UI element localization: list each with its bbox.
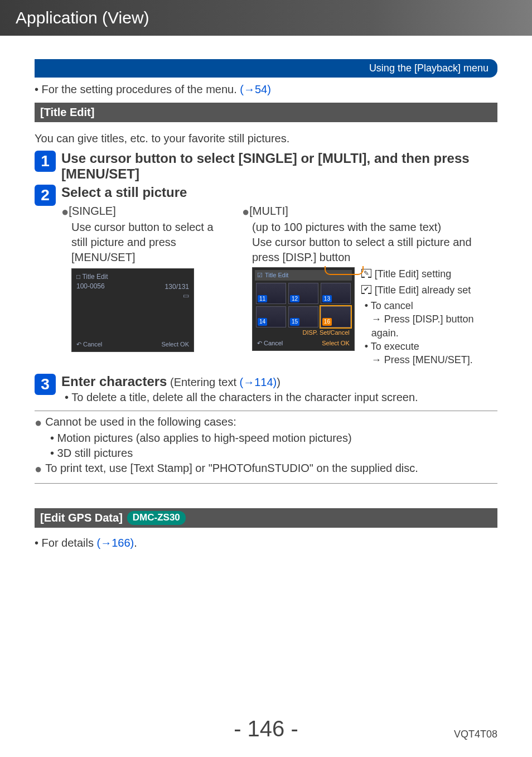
aspect-icon: ▭ (183, 291, 189, 300)
breadcrumb-wrap: Using the [Playback] menu (0, 36, 532, 82)
details-suffix: . (134, 537, 137, 549)
legend-execute-action: → Press [MENU/SET]. (371, 353, 497, 367)
step-3: 3 Enter characters (Entering text (→114)… (35, 374, 497, 405)
step-2: 2 Select a still picture ●[SINGLE] Use c… (35, 185, 497, 367)
multi-screenshot: ☑ Title Edit 11 12 13 14 15 16 (252, 267, 355, 351)
menu-proc-link[interactable]: (→54) (240, 83, 271, 95)
thumb: 12 (288, 283, 318, 304)
legend-already-icon: ✔︎ (361, 285, 371, 294)
step-1-number: 1 (35, 151, 56, 172)
details-line: • For details (→166). (35, 536, 497, 551)
single-screenshot: □ Title Edit 100-0056 130/131 ▭ ↶ Cancel… (71, 268, 194, 352)
note-1b: • 3D still pictures (50, 446, 497, 461)
ss-single-count: 130/131 (165, 282, 189, 291)
multi-label: ●[MULTI] (242, 204, 497, 220)
model-badge: DMC-ZS30 (127, 511, 186, 525)
step-1-title: Use cursor button to select [SINGLE] or … (61, 151, 497, 181)
step-3-title: Enter characters (61, 374, 167, 389)
breadcrumb: Using the [Playback] menu (35, 59, 497, 78)
thumb-selected: 16 (321, 306, 351, 327)
step-1: 1 Use cursor button to select [SINGLE] o… (35, 151, 497, 181)
step-3-note: • To delete a title, delete all the char… (65, 390, 497, 405)
details-prefix: • For details (35, 537, 96, 549)
menu-proc-prefix: • For the setting procedures of the menu… (35, 83, 240, 95)
page-number: - 146 - (234, 716, 298, 741)
page-footer: - 146 - (0, 716, 532, 741)
legend-cancel-label: • To cancel (365, 299, 497, 312)
note-1a: • Motion pictures (also applies to high-… (50, 431, 497, 446)
section-edit-gps: [Edit GPS Data] DMC-ZS30 (35, 508, 497, 528)
section-edit-gps-title: [Edit GPS Data] (40, 510, 123, 525)
intro-text: You can give titles, etc. to your favori… (35, 131, 497, 146)
thumb: 14 (256, 306, 286, 327)
ss-single-hdr: □ Title Edit (76, 272, 189, 281)
note-2: To print text, use [Text Stamp] or "PHOT… (45, 461, 418, 476)
step-3-line: Enter characters (Entering text (→114)) (61, 374, 497, 390)
multi-note: (up to 100 pictures with the same text) (252, 220, 497, 235)
doc-code: VQT4T08 (454, 729, 497, 740)
note-1: Cannot be used in the following cases: (45, 414, 236, 430)
details-link[interactable]: (→166) (96, 537, 134, 549)
notes-block: ●Cannot be used in the following cases: … (35, 411, 497, 484)
legend-cancel-action: → Press [DISP.] button again. (371, 312, 497, 340)
step-3-close: ) (277, 376, 280, 388)
thumb: 13 (321, 283, 351, 304)
section-title-edit: [Title Edit] (35, 103, 497, 122)
ss-single-select: Select OK (161, 340, 189, 349)
step-3-number: 3 (35, 374, 56, 395)
thumb: 15 (288, 306, 318, 327)
multi-desc: Use cursor button to select a still pict… (252, 235, 497, 265)
ss-multi-cancel: ↶ Cancel (257, 339, 283, 348)
multi-column: ●[MULTI] (up to 100 pictures with the sa… (242, 204, 497, 367)
single-desc: Use cursor button to select a still pict… (71, 220, 229, 265)
app-title: Application (View) (16, 8, 149, 27)
multi-legend: ✎ [Title Edit] setting ✔︎ [Title Edit] a… (361, 267, 497, 367)
legend-setting: [Title Edit] setting (375, 267, 451, 281)
menu-proc-line: • For the setting procedures of the menu… (35, 82, 497, 97)
step-3-link[interactable]: (→114) (240, 376, 277, 388)
ss-multi-select: Select OK (322, 339, 350, 348)
legend-execute-label: • To execute (365, 340, 497, 353)
thumb: 11 (256, 283, 286, 304)
callout-line-icon (325, 266, 364, 275)
ss-multi-disp: DISP. Set/Cancel (303, 329, 350, 337)
title-edit-glyph-icon: ☑ (257, 271, 263, 279)
single-label: ●[SINGLE] (61, 204, 229, 220)
legend-already: [Title Edit] already set (375, 283, 471, 297)
step-2-number: 2 (35, 185, 56, 206)
single-column: ●[SINGLE] Use cursor button to select a … (61, 204, 229, 367)
step-2-title: Select a still picture (61, 185, 497, 200)
app-header: Application (View) (0, 0, 532, 36)
step-3-sub: (Entering text (170, 376, 240, 388)
ss-single-cancel: ↶ Cancel (76, 340, 102, 349)
